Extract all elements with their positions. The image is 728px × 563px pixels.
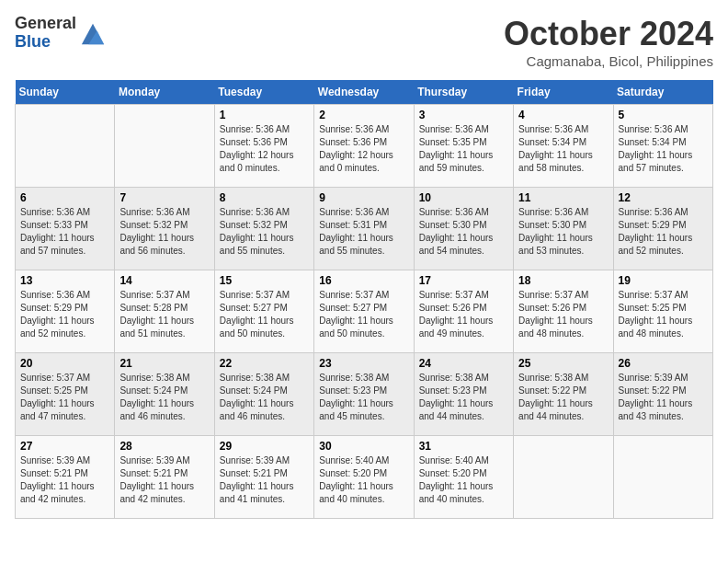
calendar-cell: 22Sunrise: 5:38 AM Sunset: 5:24 PM Dayli… xyxy=(214,353,313,436)
day-detail: Sunrise: 5:38 AM Sunset: 5:23 PM Dayligh… xyxy=(319,372,408,423)
calendar-cell: 7Sunrise: 5:36 AM Sunset: 5:32 PM Daylig… xyxy=(115,188,214,270)
calendar-cell: 24Sunrise: 5:38 AM Sunset: 5:23 PM Dayli… xyxy=(414,353,513,436)
calendar-week-5: 27Sunrise: 5:39 AM Sunset: 5:21 PM Dayli… xyxy=(16,436,713,519)
calendar-cell: 2Sunrise: 5:36 AM Sunset: 5:36 PM Daylig… xyxy=(314,105,414,188)
day-detail: Sunrise: 5:40 AM Sunset: 5:20 PM Dayligh… xyxy=(419,454,508,506)
calendar-header: SundayMondayTuesdayWednesdayThursdayFrid… xyxy=(16,80,713,105)
calendar-cell: 19Sunrise: 5:37 AM Sunset: 5:25 PM Dayli… xyxy=(613,270,712,353)
day-detail: Sunrise: 5:36 AM Sunset: 5:29 PM Dayligh… xyxy=(619,206,708,258)
calendar-cell: 18Sunrise: 5:37 AM Sunset: 5:26 PM Dayli… xyxy=(514,270,613,353)
day-detail: Sunrise: 5:36 AM Sunset: 5:36 PM Dayligh… xyxy=(220,123,309,175)
calendar-cell: 5Sunrise: 5:36 AM Sunset: 5:34 PM Daylig… xyxy=(613,105,712,188)
calendar-cell: 15Sunrise: 5:37 AM Sunset: 5:27 PM Dayli… xyxy=(214,270,313,353)
day-detail: Sunrise: 5:36 AM Sunset: 5:29 PM Dayligh… xyxy=(20,289,109,340)
calendar-cell: 27Sunrise: 5:39 AM Sunset: 5:21 PM Dayli… xyxy=(16,436,115,519)
calendar-cell: 17Sunrise: 5:37 AM Sunset: 5:26 PM Dayli… xyxy=(414,270,513,353)
calendar-cell: 26Sunrise: 5:39 AM Sunset: 5:22 PM Dayli… xyxy=(613,353,712,436)
day-detail: Sunrise: 5:38 AM Sunset: 5:24 PM Dayligh… xyxy=(119,372,209,423)
location-text: Cagmanaba, Bicol, Philippines xyxy=(504,53,713,69)
calendar-cell: 25Sunrise: 5:38 AM Sunset: 5:22 PM Dayli… xyxy=(514,353,613,436)
logo: General Blue xyxy=(15,15,106,52)
title-area: October 2024 Cagmanaba, Bicol, Philippin… xyxy=(504,15,713,69)
calendar-cell: 3Sunrise: 5:36 AM Sunset: 5:35 PM Daylig… xyxy=(414,105,513,188)
calendar-cell xyxy=(16,105,115,188)
day-number: 6 xyxy=(20,191,109,204)
day-number: 16 xyxy=(319,274,408,287)
day-detail: Sunrise: 5:36 AM Sunset: 5:35 PM Dayligh… xyxy=(419,123,508,175)
weekday-header-monday: Monday xyxy=(115,80,214,105)
day-detail: Sunrise: 5:37 AM Sunset: 5:26 PM Dayligh… xyxy=(518,289,608,340)
calendar-week-2: 6Sunrise: 5:36 AM Sunset: 5:33 PM Daylig… xyxy=(16,188,713,270)
day-number: 24 xyxy=(419,357,508,370)
day-number: 26 xyxy=(619,357,708,370)
day-detail: Sunrise: 5:36 AM Sunset: 5:32 PM Dayligh… xyxy=(119,206,209,258)
calendar-cell: 14Sunrise: 5:37 AM Sunset: 5:28 PM Dayli… xyxy=(115,270,214,353)
day-number: 7 xyxy=(119,191,209,204)
calendar-cell: 20Sunrise: 5:37 AM Sunset: 5:25 PM Dayli… xyxy=(16,353,115,436)
calendar-cell xyxy=(613,436,712,519)
day-detail: Sunrise: 5:36 AM Sunset: 5:31 PM Dayligh… xyxy=(319,206,408,258)
day-detail: Sunrise: 5:39 AM Sunset: 5:21 PM Dayligh… xyxy=(119,454,209,506)
day-number: 9 xyxy=(319,191,408,204)
calendar-cell xyxy=(514,436,613,519)
day-number: 22 xyxy=(220,357,309,370)
day-number: 23 xyxy=(319,357,408,370)
calendar-cell: 12Sunrise: 5:36 AM Sunset: 5:29 PM Dayli… xyxy=(613,188,712,270)
calendar-week-4: 20Sunrise: 5:37 AM Sunset: 5:25 PM Dayli… xyxy=(16,353,713,436)
calendar-cell: 29Sunrise: 5:39 AM Sunset: 5:21 PM Dayli… xyxy=(214,436,313,519)
day-detail: Sunrise: 5:37 AM Sunset: 5:28 PM Dayligh… xyxy=(119,289,209,340)
day-number: 4 xyxy=(518,109,608,121)
day-detail: Sunrise: 5:37 AM Sunset: 5:26 PM Dayligh… xyxy=(419,289,508,340)
calendar-cell: 8Sunrise: 5:36 AM Sunset: 5:32 PM Daylig… xyxy=(214,188,313,270)
calendar-cell: 13Sunrise: 5:36 AM Sunset: 5:29 PM Dayli… xyxy=(16,270,115,353)
calendar-week-3: 13Sunrise: 5:36 AM Sunset: 5:29 PM Dayli… xyxy=(16,270,713,353)
day-detail: Sunrise: 5:37 AM Sunset: 5:27 PM Dayligh… xyxy=(319,289,408,340)
day-detail: Sunrise: 5:38 AM Sunset: 5:24 PM Dayligh… xyxy=(220,372,309,423)
calendar-cell: 10Sunrise: 5:36 AM Sunset: 5:30 PM Dayli… xyxy=(414,188,513,270)
day-number: 11 xyxy=(518,191,608,204)
day-number: 14 xyxy=(119,274,209,287)
weekday-header-saturday: Saturday xyxy=(613,80,712,105)
weekday-header-sunday: Sunday xyxy=(16,80,115,105)
day-number: 28 xyxy=(119,440,209,453)
day-detail: Sunrise: 5:37 AM Sunset: 5:25 PM Dayligh… xyxy=(20,372,109,423)
day-number: 8 xyxy=(220,191,309,204)
calendar-cell: 4Sunrise: 5:36 AM Sunset: 5:34 PM Daylig… xyxy=(514,105,613,188)
calendar-cell: 6Sunrise: 5:36 AM Sunset: 5:33 PM Daylig… xyxy=(16,188,115,270)
day-number: 15 xyxy=(220,274,309,287)
calendar-cell: 21Sunrise: 5:38 AM Sunset: 5:24 PM Dayli… xyxy=(115,353,214,436)
calendar-table: SundayMondayTuesdayWednesdayThursdayFrid… xyxy=(15,80,713,519)
weekday-header-tuesday: Tuesday xyxy=(214,80,313,105)
day-detail: Sunrise: 5:39 AM Sunset: 5:21 PM Dayligh… xyxy=(220,454,309,506)
day-number: 1 xyxy=(220,109,309,121)
day-number: 10 xyxy=(419,191,508,204)
day-detail: Sunrise: 5:36 AM Sunset: 5:33 PM Dayligh… xyxy=(20,206,109,258)
day-number: 2 xyxy=(319,109,408,121)
day-detail: Sunrise: 5:38 AM Sunset: 5:22 PM Dayligh… xyxy=(518,372,608,423)
day-detail: Sunrise: 5:37 AM Sunset: 5:25 PM Dayligh… xyxy=(619,289,708,340)
day-number: 30 xyxy=(319,440,408,453)
day-number: 18 xyxy=(518,274,608,287)
logo-blue-text: Blue xyxy=(15,33,76,52)
day-detail: Sunrise: 5:36 AM Sunset: 5:32 PM Dayligh… xyxy=(220,206,309,258)
day-detail: Sunrise: 5:36 AM Sunset: 5:36 PM Dayligh… xyxy=(319,123,408,175)
weekday-header-wednesday: Wednesday xyxy=(314,80,414,105)
calendar-cell: 11Sunrise: 5:36 AM Sunset: 5:30 PM Dayli… xyxy=(514,188,613,270)
weekday-header-friday: Friday xyxy=(514,80,613,105)
day-number: 12 xyxy=(619,191,708,204)
day-detail: Sunrise: 5:40 AM Sunset: 5:20 PM Dayligh… xyxy=(319,454,408,506)
calendar-body: 1Sunrise: 5:36 AM Sunset: 5:36 PM Daylig… xyxy=(16,105,713,519)
weekday-header-row: SundayMondayTuesdayWednesdayThursdayFrid… xyxy=(16,80,713,105)
day-number: 25 xyxy=(518,357,608,370)
calendar-cell: 28Sunrise: 5:39 AM Sunset: 5:21 PM Dayli… xyxy=(115,436,214,519)
calendar-cell: 30Sunrise: 5:40 AM Sunset: 5:20 PM Dayli… xyxy=(314,436,414,519)
day-detail: Sunrise: 5:38 AM Sunset: 5:23 PM Dayligh… xyxy=(419,372,508,423)
day-detail: Sunrise: 5:39 AM Sunset: 5:21 PM Dayligh… xyxy=(20,454,109,506)
day-number: 13 xyxy=(20,274,109,287)
day-detail: Sunrise: 5:36 AM Sunset: 5:30 PM Dayligh… xyxy=(419,206,508,258)
calendar-cell: 23Sunrise: 5:38 AM Sunset: 5:23 PM Dayli… xyxy=(314,353,414,436)
month-title: October 2024 xyxy=(504,15,713,53)
day-number: 17 xyxy=(419,274,508,287)
day-number: 31 xyxy=(419,440,508,453)
calendar-cell: 16Sunrise: 5:37 AM Sunset: 5:27 PM Dayli… xyxy=(314,270,414,353)
